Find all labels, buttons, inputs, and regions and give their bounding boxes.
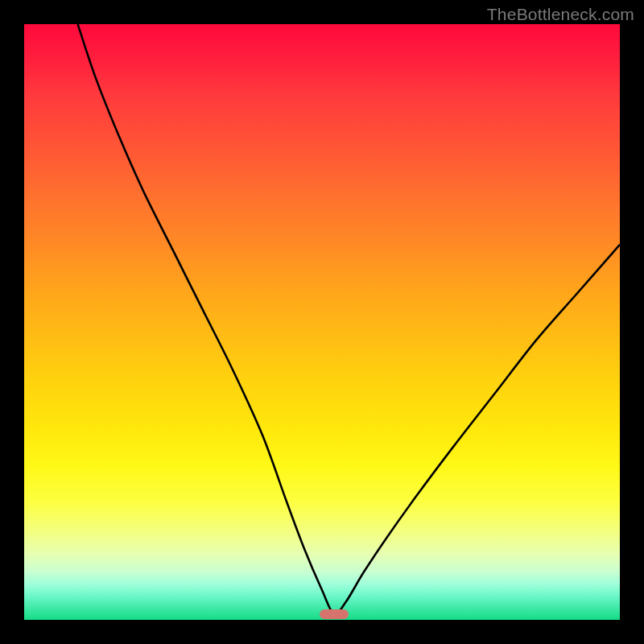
minimum-marker: [320, 609, 349, 619]
bottleneck-curve-path: [78, 24, 620, 614]
watermark-text: TheBottleneck.com: [487, 5, 634, 24]
curve-svg: [24, 24, 620, 620]
plot-area: [24, 24, 620, 620]
chart-frame: TheBottleneck.com: [0, 0, 644, 644]
